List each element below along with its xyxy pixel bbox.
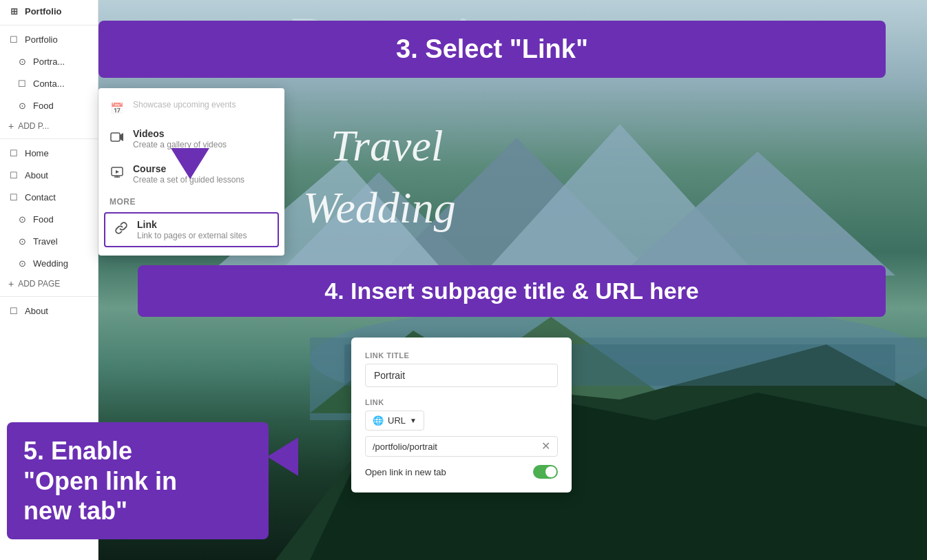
sidebar-add-page-portfolio[interactable]: + ADD P... (0, 116, 98, 136)
sidebar-item-portfolio-label: Portfolio (25, 34, 58, 45)
sidebar-item-about[interactable]: ☐ About (0, 164, 98, 186)
link-icon-portrait: ⊙ (17, 56, 28, 67)
link-section: LINK 🌐 URL ▼ ✕ (365, 398, 558, 457)
step5-arrow (267, 437, 298, 476)
sidebar-item-about2-label: About (25, 306, 48, 316)
divider-2 (0, 138, 98, 139)
sidebar-item-wedding[interactable]: ⊙ Wedding (0, 252, 98, 274)
callout-step5: 5. Enable "Open link in new tab" (7, 422, 269, 539)
page-icon-home: ☐ (8, 147, 19, 158)
sidebar-item-contact-label: Contact (25, 192, 56, 203)
sidebar-header-portfolio[interactable]: ⊞ Portfolio (0, 0, 98, 22)
plus-icon-2: + (8, 278, 14, 289)
link-icon-food: ⊙ (17, 100, 28, 111)
sidebar-header-label: Portfolio (25, 6, 61, 17)
sidebar-item-portrait[interactable]: ⊙ Portra... (0, 50, 98, 72)
add-page-label-2: ADD PAGE (18, 279, 60, 289)
globe-icon: 🌐 (373, 415, 384, 426)
link-subtitle: Link to pages or external sites (137, 231, 247, 240)
open-new-tab-label: Open link in new tab (365, 467, 446, 477)
svg-rect-12 (111, 133, 120, 141)
link-icon-menu (114, 220, 129, 236)
link-icon-food2: ⊙ (17, 214, 28, 225)
sidebar-add-page-main[interactable]: + ADD PAGE (0, 274, 98, 293)
sidebar-item-wedding-label: Wedding (33, 258, 68, 269)
svg-marker-13 (120, 133, 123, 141)
page-icon-contact2: ☐ (8, 191, 19, 203)
divider-3 (0, 296, 98, 297)
videos-title: Videos (133, 128, 227, 139)
svg-marker-17 (116, 170, 119, 174)
step3-arrow (171, 148, 209, 179)
link-icon-wedding: ⊙ (17, 258, 28, 269)
events-subtitle: Showcase upcoming events (133, 100, 236, 110)
sidebar-item-about-label: About (25, 170, 48, 180)
url-input-row: ✕ (365, 436, 558, 457)
sidebar-item-food-sub[interactable]: ⊙ Food (0, 94, 98, 116)
sidebar-item-portrait-label: Portra... (33, 56, 65, 67)
sidebar-item-contact-sub[interactable]: ☐ Conta... (0, 72, 98, 94)
callout-step4-text: 4. Insert subpage title & URL here (158, 278, 865, 304)
link-dialog: LINK TITLE LINK 🌐 URL ▼ ✕ Open link in n… (351, 338, 572, 492)
callout-step3-text: 3. Select "Link" (119, 34, 865, 64)
url-input[interactable] (373, 442, 537, 452)
chevron-down-icon: ▼ (410, 417, 417, 424)
add-page-label-1: ADD P... (18, 121, 49, 131)
page-icon-about2: ☐ (8, 305, 19, 316)
page-icon: ☐ (8, 34, 19, 45)
sidebar-item-travel[interactable]: ⊙ Travel (0, 230, 98, 252)
sidebar-item-food[interactable]: ⊙ Food (0, 208, 98, 230)
url-type-selector[interactable]: 🌐 URL ▼ (365, 411, 424, 431)
link-title: Link (137, 219, 247, 230)
callout-step4: 4. Insert subpage title & URL here (138, 265, 886, 317)
link-label: LINK (365, 398, 558, 406)
sidebar-item-portfolio[interactable]: ☐ Portfolio (0, 28, 98, 50)
sidebar-item-home-label: Home (25, 148, 49, 158)
bg-travel-text: Travel (331, 121, 444, 172)
callout-step3: 3. Select "Link" (98, 21, 886, 78)
open-new-tab-toggle[interactable] (533, 465, 558, 479)
sidebar-item-about2[interactable]: ☐ About (0, 300, 98, 322)
plus-icon-1: + (8, 121, 14, 132)
url-type-label: URL (388, 415, 406, 426)
events-icon: 📅 (110, 101, 125, 116)
more-label: More (98, 191, 284, 209)
video-icon (110, 129, 125, 145)
page-icon-about: ☐ (8, 169, 19, 180)
open-new-tab-row: Open link in new tab (365, 465, 558, 479)
sidebar-item-food-label: Food (33, 101, 54, 111)
link-title-input[interactable] (365, 364, 558, 387)
bg-wedding-text: Wedding (303, 183, 456, 234)
callout-step5-text: 5. Enable "Open link in new tab" (23, 436, 252, 526)
sidebar-item-travel-label: Travel (33, 236, 58, 247)
divider-1 (0, 25, 98, 25)
page-icon-contact: ☐ (17, 78, 28, 89)
sidebar-item-home[interactable]: ☐ Home (0, 142, 98, 164)
sidebar-item-food2-label: Food (33, 214, 54, 225)
sidebar-item-contact[interactable]: ☐ Contact (0, 186, 98, 208)
link-title-label: LINK TITLE (365, 351, 558, 360)
dropdown-item-events[interactable]: 📅 Showcase upcoming events (98, 94, 284, 121)
sidebar-item-contact-sub-label: Conta... (33, 79, 65, 89)
url-clear-button[interactable]: ✕ (541, 441, 550, 452)
course-icon (110, 165, 125, 180)
dropdown-item-link[interactable]: Link Link to pages or external sites (104, 212, 279, 247)
grid-icon: ⊞ (8, 6, 19, 17)
link-icon-travel: ⊙ (17, 236, 28, 247)
